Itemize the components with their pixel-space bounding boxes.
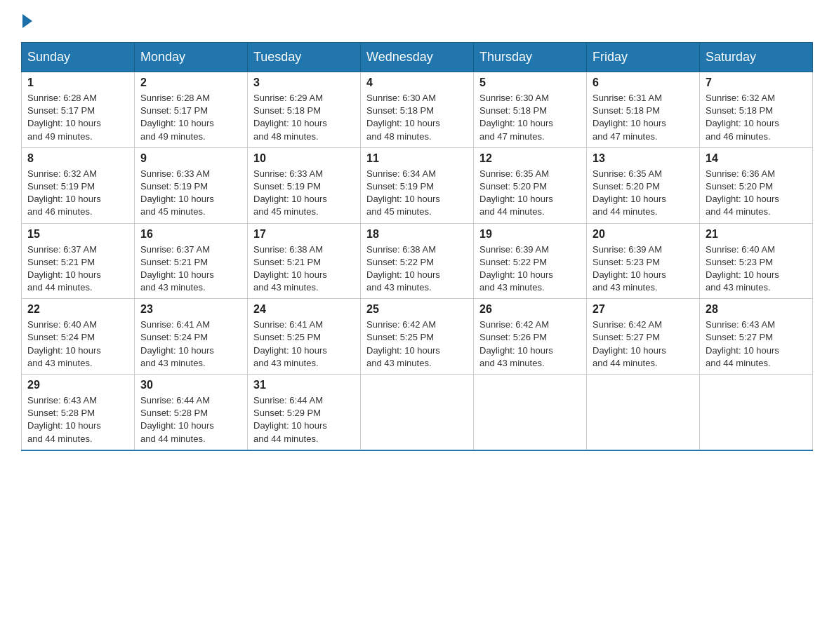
- calendar-cell: 8Sunrise: 6:32 AMSunset: 5:19 PMDaylight…: [22, 147, 135, 223]
- week-row-3: 15Sunrise: 6:37 AMSunset: 5:21 PMDayligh…: [22, 223, 813, 299]
- day-number: 15: [27, 228, 128, 241]
- day-info: Sunrise: 6:28 AMSunset: 5:17 PMDaylight:…: [140, 92, 241, 143]
- calendar-cell: 4Sunrise: 6:30 AMSunset: 5:18 PMDaylight…: [361, 72, 474, 148]
- calendar-cell: 28Sunrise: 6:43 AMSunset: 5:27 PMDayligh…: [700, 299, 813, 375]
- day-info: Sunrise: 6:37 AMSunset: 5:21 PMDaylight:…: [140, 243, 241, 295]
- day-number: 9: [140, 152, 241, 165]
- day-header-thursday: Thursday: [474, 43, 587, 72]
- calendar-table: SundayMondayTuesdayWednesdayThursdayFrid…: [21, 42, 813, 451]
- day-number: 29: [27, 379, 128, 391]
- day-info: Sunrise: 6:29 AMSunset: 5:18 PMDaylight:…: [253, 92, 355, 143]
- day-header-friday: Friday: [587, 43, 700, 72]
- calendar-cell: 18Sunrise: 6:38 AMSunset: 5:22 PMDayligh…: [361, 223, 474, 299]
- day-info: Sunrise: 6:44 AMSunset: 5:28 PMDaylight:…: [140, 394, 241, 445]
- calendar-cell: 25Sunrise: 6:42 AMSunset: 5:25 PMDayligh…: [361, 299, 474, 375]
- calendar-cell: [361, 375, 474, 450]
- week-row-2: 8Sunrise: 6:32 AMSunset: 5:19 PMDaylight…: [22, 147, 813, 223]
- day-info: Sunrise: 6:37 AMSunset: 5:21 PMDaylight:…: [27, 243, 128, 295]
- day-number: 5: [479, 76, 581, 89]
- day-info: Sunrise: 6:43 AMSunset: 5:28 PMDaylight:…: [27, 394, 128, 445]
- day-number: 13: [593, 152, 694, 165]
- day-number: 12: [479, 152, 581, 165]
- day-number: 26: [479, 303, 581, 316]
- day-number: 16: [140, 228, 241, 241]
- day-number: 10: [253, 152, 355, 165]
- calendar-cell: 24Sunrise: 6:41 AMSunset: 5:25 PMDayligh…: [248, 299, 361, 375]
- day-info: Sunrise: 6:39 AMSunset: 5:22 PMDaylight:…: [479, 243, 581, 295]
- day-info: Sunrise: 6:38 AMSunset: 5:21 PMDaylight:…: [253, 243, 355, 295]
- day-info: Sunrise: 6:31 AMSunset: 5:18 PMDaylight:…: [593, 92, 694, 143]
- day-info: Sunrise: 6:42 AMSunset: 5:27 PMDaylight:…: [593, 318, 694, 370]
- page-header: [21, 14, 813, 28]
- calendar-cell: 16Sunrise: 6:37 AMSunset: 5:21 PMDayligh…: [135, 223, 248, 299]
- calendar-cell: 20Sunrise: 6:39 AMSunset: 5:23 PMDayligh…: [587, 223, 700, 299]
- calendar-header-row: SundayMondayTuesdayWednesdayThursdayFrid…: [22, 43, 813, 72]
- day-info: Sunrise: 6:43 AMSunset: 5:27 PMDaylight:…: [706, 318, 807, 370]
- day-number: 21: [706, 228, 807, 241]
- day-info: Sunrise: 6:28 AMSunset: 5:17 PMDaylight:…: [27, 92, 128, 143]
- day-number: 18: [366, 228, 468, 241]
- calendar-cell: 17Sunrise: 6:38 AMSunset: 5:21 PMDayligh…: [248, 223, 361, 299]
- day-info: Sunrise: 6:44 AMSunset: 5:29 PMDaylight:…: [253, 394, 355, 445]
- calendar-cell: 30Sunrise: 6:44 AMSunset: 5:28 PMDayligh…: [135, 375, 248, 450]
- day-header-saturday: Saturday: [700, 43, 813, 72]
- logo-arrow-icon: [22, 14, 32, 28]
- calendar-cell: 27Sunrise: 6:42 AMSunset: 5:27 PMDayligh…: [587, 299, 700, 375]
- day-number: 24: [253, 303, 355, 316]
- day-header-wednesday: Wednesday: [361, 43, 474, 72]
- day-number: 3: [253, 76, 355, 89]
- day-info: Sunrise: 6:41 AMSunset: 5:24 PMDaylight:…: [140, 318, 241, 370]
- day-number: 20: [593, 228, 694, 241]
- day-header-tuesday: Tuesday: [248, 43, 361, 72]
- calendar-cell: [474, 375, 587, 450]
- calendar-cell: 26Sunrise: 6:42 AMSunset: 5:26 PMDayligh…: [474, 299, 587, 375]
- calendar-cell: 22Sunrise: 6:40 AMSunset: 5:24 PMDayligh…: [22, 299, 135, 375]
- calendar-cell: 9Sunrise: 6:33 AMSunset: 5:19 PMDaylight…: [135, 147, 248, 223]
- day-info: Sunrise: 6:30 AMSunset: 5:18 PMDaylight:…: [366, 92, 468, 143]
- calendar-cell: 13Sunrise: 6:35 AMSunset: 5:20 PMDayligh…: [587, 147, 700, 223]
- day-number: 14: [706, 152, 807, 165]
- day-number: 4: [366, 76, 468, 89]
- calendar-cell: 6Sunrise: 6:31 AMSunset: 5:18 PMDaylight…: [587, 72, 700, 148]
- day-info: Sunrise: 6:33 AMSunset: 5:19 PMDaylight:…: [253, 168, 355, 219]
- day-info: Sunrise: 6:40 AMSunset: 5:24 PMDaylight:…: [27, 318, 128, 370]
- day-number: 19: [479, 228, 581, 241]
- calendar-cell: 2Sunrise: 6:28 AMSunset: 5:17 PMDaylight…: [135, 72, 248, 148]
- day-number: 22: [27, 303, 128, 316]
- day-info: Sunrise: 6:32 AMSunset: 5:18 PMDaylight:…: [706, 92, 807, 143]
- calendar-cell: [700, 375, 813, 450]
- day-info: Sunrise: 6:34 AMSunset: 5:19 PMDaylight:…: [366, 168, 468, 219]
- day-info: Sunrise: 6:42 AMSunset: 5:26 PMDaylight:…: [479, 318, 581, 370]
- day-info: Sunrise: 6:35 AMSunset: 5:20 PMDaylight:…: [479, 168, 581, 219]
- day-info: Sunrise: 6:36 AMSunset: 5:20 PMDaylight:…: [706, 168, 807, 219]
- day-info: Sunrise: 6:39 AMSunset: 5:23 PMDaylight:…: [593, 243, 694, 295]
- day-number: 8: [27, 152, 128, 165]
- day-header-monday: Monday: [135, 43, 248, 72]
- day-number: 1: [27, 76, 128, 89]
- day-number: 11: [366, 152, 468, 165]
- day-number: 25: [366, 303, 468, 316]
- calendar-cell: 15Sunrise: 6:37 AMSunset: 5:21 PMDayligh…: [22, 223, 135, 299]
- day-number: 27: [593, 303, 694, 316]
- day-number: 6: [593, 76, 694, 89]
- day-number: 2: [140, 76, 241, 89]
- day-info: Sunrise: 6:32 AMSunset: 5:19 PMDaylight:…: [27, 168, 128, 219]
- day-info: Sunrise: 6:40 AMSunset: 5:23 PMDaylight:…: [706, 243, 807, 295]
- calendar-cell: 12Sunrise: 6:35 AMSunset: 5:20 PMDayligh…: [474, 147, 587, 223]
- week-row-5: 29Sunrise: 6:43 AMSunset: 5:28 PMDayligh…: [22, 375, 813, 450]
- logo: [21, 14, 34, 28]
- calendar-cell: 5Sunrise: 6:30 AMSunset: 5:18 PMDaylight…: [474, 72, 587, 148]
- calendar-cell: [587, 375, 700, 450]
- day-number: 28: [706, 303, 807, 316]
- calendar-cell: 10Sunrise: 6:33 AMSunset: 5:19 PMDayligh…: [248, 147, 361, 223]
- calendar-cell: 11Sunrise: 6:34 AMSunset: 5:19 PMDayligh…: [361, 147, 474, 223]
- day-number: 17: [253, 228, 355, 241]
- day-info: Sunrise: 6:42 AMSunset: 5:25 PMDaylight:…: [366, 318, 468, 370]
- day-number: 30: [140, 379, 241, 391]
- day-info: Sunrise: 6:35 AMSunset: 5:20 PMDaylight:…: [593, 168, 694, 219]
- week-row-4: 22Sunrise: 6:40 AMSunset: 5:24 PMDayligh…: [22, 299, 813, 375]
- day-info: Sunrise: 6:38 AMSunset: 5:22 PMDaylight:…: [366, 243, 468, 295]
- day-info: Sunrise: 6:30 AMSunset: 5:18 PMDaylight:…: [479, 92, 581, 143]
- calendar-cell: 19Sunrise: 6:39 AMSunset: 5:22 PMDayligh…: [474, 223, 587, 299]
- day-header-sunday: Sunday: [22, 43, 135, 72]
